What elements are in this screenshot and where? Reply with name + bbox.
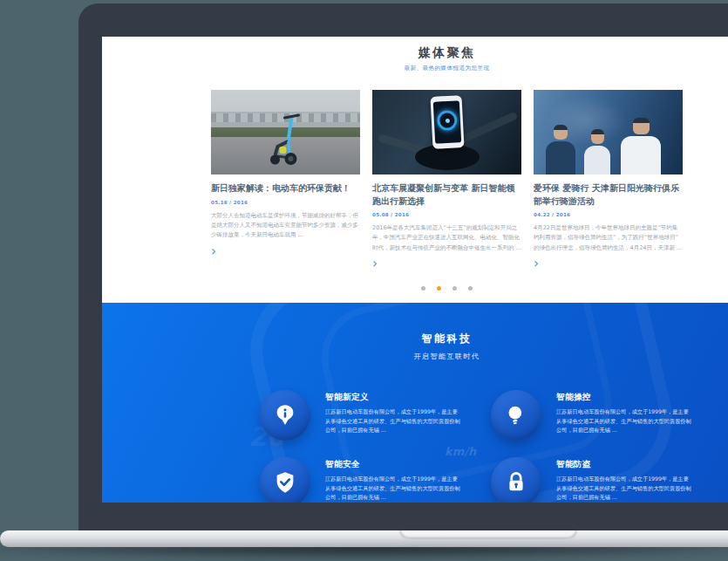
smartphone-illustration	[430, 95, 464, 149]
news-card-excerpt: 4月22日是世界地球日，今年世界地球日的主题是“节约集约利用资源，倡导绿色简约生…	[534, 223, 683, 253]
laptop-base	[0, 530, 728, 547]
laptop-frame: 媒体聚焦 最新、最热的媒体报道为您呈现	[78, 3, 728, 530]
feature-title: 智能新定义	[325, 392, 461, 403]
shield-check-icon	[260, 457, 310, 503]
smartphone-screen	[432, 100, 460, 144]
news-card-date: 05.08 / 2016	[372, 212, 521, 217]
carousel-dot[interactable]	[452, 286, 457, 291]
person-silhouette	[621, 118, 661, 174]
news-card-excerpt: 2016年是各大汽车集团迈入“十三五”的规划制定和开局之年，中国汽车产业正在快速…	[372, 223, 521, 253]
laptop-screen: 媒体聚焦 最新、最热的媒体报道为您呈现	[102, 37, 728, 503]
feature-smart-safety: 智能安全 江苏新日电动车股份有限公司，成立于1999年，是主要从事绿色交通工具的…	[260, 457, 491, 503]
news-card-list: 新日独家解读：电动车的环保贡献！ 05.16 / 2016 大部分人会知道电动车…	[211, 90, 683, 271]
feature-body: 江苏新日电动车股份有限公司，成立于1999年，是主要从事绿色交通工具的研发、生产…	[325, 475, 461, 503]
media-section: 媒体聚焦 最新、最热的媒体报道为您呈现	[102, 37, 728, 303]
feature-body: 江苏新日电动车股份有限公司，成立于1999年，是主要从事绿色交通工具的研发、生产…	[325, 407, 461, 435]
media-section-subtitle: 最新、最热的媒体报道为您呈现	[102, 65, 728, 72]
lightbulb-icon	[491, 390, 541, 441]
speed-gauge-icon	[436, 110, 457, 131]
person-silhouette	[546, 125, 575, 174]
page-background: 媒体聚焦 最新、最热的媒体报道为您呈现	[0, 0, 728, 561]
news-card-image-scooter	[211, 90, 360, 174]
carousel-dot[interactable]	[421, 286, 425, 291]
feature-title: 智能安全	[325, 459, 461, 470]
scooter-illustration	[265, 112, 314, 166]
read-more-arrow-icon[interactable]: ›	[534, 257, 539, 270]
feature-grid: 智能新定义 江苏新日电动车股份有限公司，成立于1999年，是主要从事绿色交通工具…	[260, 390, 709, 503]
news-card-date: 05.16 / 2016	[211, 200, 360, 205]
news-card-date: 04.22 / 2016	[534, 212, 683, 217]
feature-body: 江苏新日电动车股份有限公司，成立于1999年，是主要从事绿色交通工具的研发、生产…	[556, 475, 692, 503]
carousel-dot[interactable]	[437, 286, 441, 291]
read-more-arrow-icon[interactable]: ›	[211, 245, 216, 258]
news-card[interactable]: 北京车展凝聚创新与变革 新日智能领跑出行新选择 05.08 / 2016 201…	[372, 90, 521, 271]
laptop-shadow	[0, 545, 728, 559]
media-section-title: 媒体聚焦	[102, 37, 728, 61]
read-more-arrow-icon[interactable]: ›	[372, 257, 378, 270]
news-card-title[interactable]: 新日独家解读：电动车的环保贡献！	[211, 182, 360, 195]
smart-tech-section: 20 km/h 智能科技 开启智能互联时代	[102, 303, 728, 503]
carousel-dot[interactable]	[468, 286, 473, 291]
news-card-excerpt: 大部分人会知道电动车是保护环境，节能减排的好帮手，但是绝大部分人又不知道电动车究…	[211, 211, 360, 241]
padlock-icon	[491, 457, 541, 503]
feature-smart-antitheft: 智能防盗 江苏新日电动车股份有限公司，成立于1999年，是主要从事绿色交通工具的…	[491, 457, 709, 503]
info-pin-icon	[260, 390, 310, 441]
news-card-image-group-photo	[534, 90, 683, 174]
feature-smart-control: 智能操控 江苏新日电动车股份有限公司，成立于1999年，是主要从事绿色交通工具的…	[491, 390, 709, 441]
feature-title: 智能操控	[556, 392, 692, 403]
news-card-title[interactable]: 北京车展凝聚创新与变革 新日智能领跑出行新选择	[372, 182, 521, 208]
feature-title: 智能防盗	[556, 459, 692, 470]
person-silhouette	[584, 129, 610, 174]
news-card-image-phone	[372, 90, 521, 174]
news-card-title[interactable]: 爱环保 爱骑行 天津新日阳光骑行俱乐部举行骑游活动	[534, 182, 683, 208]
news-card[interactable]: 新日独家解读：电动车的环保贡献！ 05.16 / 2016 大部分人会知道电动车…	[211, 90, 360, 271]
feature-smart-definition: 智能新定义 江苏新日电动车股份有限公司，成立于1999年，是主要从事绿色交通工具…	[260, 390, 491, 441]
carousel-dots	[102, 277, 728, 294]
feature-body: 江苏新日电动车股份有限公司，成立于1999年，是主要从事绿色交通工具的研发、生产…	[556, 407, 692, 435]
news-card[interactable]: 爱环保 爱骑行 天津新日阳光骑行俱乐部举行骑游活动 04.22 / 2016 4…	[534, 90, 683, 271]
laptop-base-notch	[401, 530, 575, 538]
